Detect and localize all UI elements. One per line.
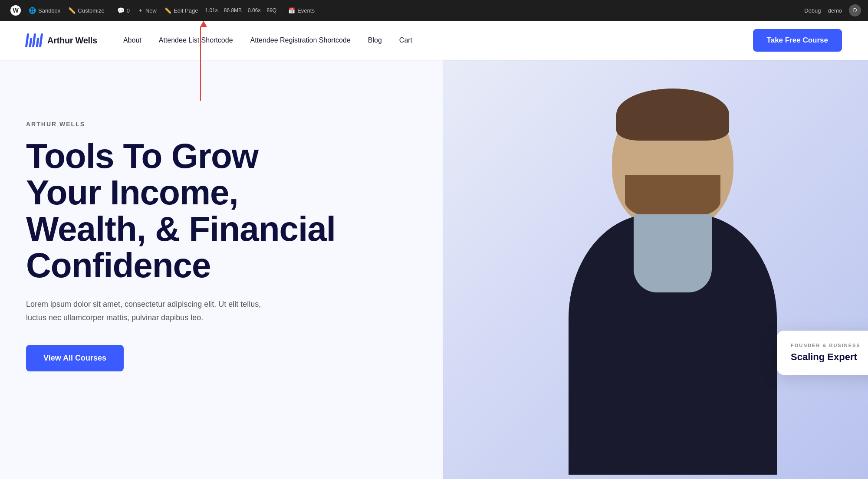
hero-image-area: ✓ FOUNDER & BUSINESS Scaling Expert (443, 60, 868, 479)
sandbox-icon: 🌐 (29, 7, 36, 14)
separator-1 (111, 6, 111, 15)
hero-title: Tools To Grow Your Income, Wealth, & Fin… (26, 138, 339, 284)
stat-query-time: 0.06s (245, 7, 263, 14)
site-wrapper: Arthur Wells About Attendee List Shortco… (0, 21, 868, 479)
arrow-head (200, 21, 207, 27)
events-button[interactable]: 📅 Events (285, 6, 318, 16)
take-free-course-button[interactable]: Take Free Course (753, 29, 842, 52)
sandbox-label: Sandbox (38, 7, 60, 14)
new-icon: ＋ (138, 7, 143, 14)
stat-queries: 89Q (264, 7, 279, 14)
wp-icon: W (10, 5, 21, 16)
comment-icon: 💬 (117, 7, 125, 14)
demo-label: demo (828, 7, 842, 14)
founder-card: ✓ FOUNDER & BUSINESS Scaling Expert (777, 331, 868, 375)
events-label: Events (297, 7, 315, 14)
red-arrow (200, 21, 201, 108)
founder-card-label: FOUNDER & BUSINESS (791, 343, 868, 348)
sandbox-button[interactable]: 🌐 Sandbox (25, 5, 64, 16)
customize-icon: ✏️ (68, 7, 76, 14)
hero-content: ARTHUR WELLS Tools To Grow Your Income, … (26, 95, 339, 371)
new-button[interactable]: ＋ New (134, 5, 160, 16)
nav-link-attendee-list[interactable]: Attendee List Shortcode (159, 36, 233, 44)
edit-page-label: Edit Page (174, 7, 198, 14)
comments-count: 0 (127, 7, 130, 14)
nav-link-attendee-reg[interactable]: Attendee Registration Shortcode (250, 36, 351, 44)
nav-link-cart[interactable]: Cart (399, 36, 412, 44)
edit-icon: ✏️ (164, 7, 171, 14)
debug-button[interactable]: Debug (804, 7, 821, 14)
view-all-courses-button[interactable]: View All Courses (26, 345, 124, 371)
customize-button[interactable]: ✏️ Customize (65, 5, 108, 16)
user-avatar[interactable]: D (849, 4, 861, 16)
person-illustration (503, 80, 842, 479)
logo-text: Arthur Wells (47, 36, 97, 46)
new-label: New (145, 7, 157, 14)
arrow-line (200, 27, 201, 101)
hero-description: Lorem ipsum dolor sit amet, consectetur … (26, 298, 269, 324)
comments-button[interactable]: 💬 0 (114, 5, 133, 16)
logo-icon (26, 33, 42, 47)
admin-bar: W 🌐 Sandbox ✏️ Customize 💬 0 ＋ New ✏️ Ed… (0, 0, 868, 21)
person-head (612, 93, 733, 232)
wp-logo-button[interactable]: W (7, 3, 24, 17)
nav-link-blog[interactable]: Blog (368, 36, 382, 44)
site-logo[interactable]: Arthur Wells (26, 33, 97, 47)
hero-eyebrow: ARTHUR WELLS (26, 121, 339, 128)
customize-label: Customize (78, 7, 104, 14)
edit-page-button[interactable]: ✏️ Edit Page (161, 6, 201, 16)
nav-links: About Attendee List Shortcode Attendee R… (123, 36, 753, 44)
calendar-icon: 📅 (288, 7, 295, 14)
separator-2 (282, 6, 282, 15)
navigation: Arthur Wells About Attendee List Shortco… (0, 21, 868, 60)
admin-bar-left: W 🌐 Sandbox ✏️ Customize 💬 0 ＋ New ✏️ Ed… (7, 3, 802, 17)
nav-link-about[interactable]: About (123, 36, 141, 44)
founder-card-title: Scaling Expert (791, 351, 868, 363)
hero-section: ARTHUR WELLS Tools To Grow Your Income, … (0, 60, 868, 479)
person-body (569, 214, 777, 475)
stat-time: 1.01s (202, 7, 220, 14)
stat-memory: 86.8MB (221, 7, 244, 14)
admin-bar-right: Debug demo D (804, 4, 861, 16)
